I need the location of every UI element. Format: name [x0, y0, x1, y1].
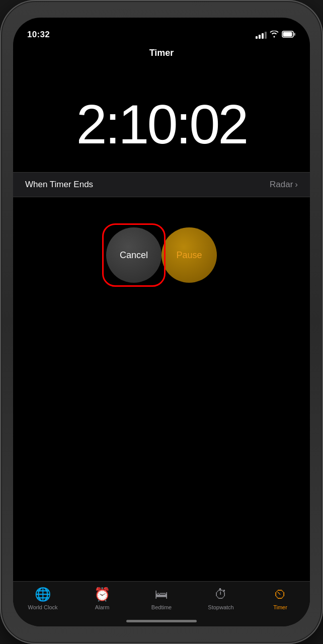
pause-label: Pause [176, 250, 202, 261]
svg-rect-1 [294, 33, 295, 36]
bedtime-label: Bedtime [151, 604, 172, 610]
stopwatch-icon: ⏱ [214, 587, 227, 602]
world-clock-label: World Clock [28, 604, 57, 610]
world-clock-icon: 🌐 [35, 587, 51, 602]
bedtime-icon: 🛏 [155, 587, 168, 602]
phone-screen: 10:32 [13, 18, 310, 626]
status-icons [256, 31, 296, 40]
wifi-icon [270, 31, 279, 40]
alarm-label: Alarm [95, 604, 110, 610]
tab-timer[interactable]: ⏲ Timer [260, 587, 300, 610]
signal-icon [256, 32, 267, 39]
pause-button[interactable]: Pause [162, 227, 217, 283]
alarm-icon: ⏰ [94, 587, 110, 602]
cancel-label: Cancel [120, 250, 148, 261]
battery-icon [282, 31, 296, 40]
stopwatch-label: Stopwatch [208, 604, 233, 610]
cancel-button[interactable]: Cancel [106, 227, 162, 283]
notch [116, 18, 207, 34]
svg-rect-2 [283, 32, 292, 37]
tab-bedtime[interactable]: 🛏 Bedtime [141, 587, 182, 610]
nav-title-bar: Timer [13, 43, 310, 66]
timer-ends-sound: Radar [270, 180, 293, 190]
phone-frame: 10:32 [0, 0, 323, 644]
timer-icon: ⏲ [274, 587, 287, 602]
timer-ends-value[interactable]: Radar › [270, 180, 298, 190]
timer-label: Timer [273, 604, 287, 610]
cancel-button-wrapper: Cancel [106, 227, 162, 283]
timer-display-area: 2:10:02 When Timer Ends Radar › Cancel [13, 66, 310, 581]
status-time: 10:32 [27, 30, 50, 40]
tab-stopwatch[interactable]: ⏱ Stopwatch [201, 587, 241, 610]
timer-ends-row[interactable]: When Timer Ends Radar › [13, 172, 310, 197]
home-indicator[interactable] [126, 620, 197, 622]
nav-title-text: Timer [149, 48, 174, 58]
tab-alarm[interactable]: ⏰ Alarm [82, 587, 122, 610]
timer-time: 2:10:02 [76, 97, 247, 152]
timer-ends-chevron: › [295, 180, 298, 190]
timer-ends-label: When Timer Ends [25, 180, 93, 190]
tab-world-clock[interactable]: 🌐 World Clock [23, 587, 63, 610]
action-buttons-row: Cancel Pause [76, 207, 247, 303]
